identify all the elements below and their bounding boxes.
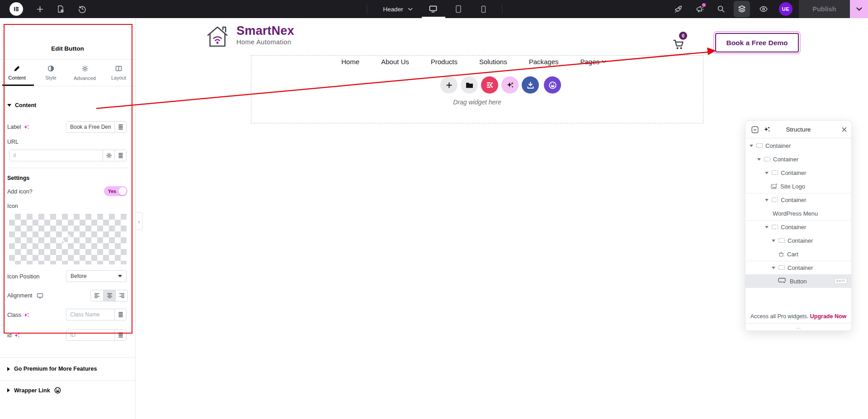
caret-down-icon[interactable] xyxy=(757,158,761,161)
desktop-view-button[interactable] xyxy=(425,0,441,18)
more-ellipsis[interactable]: ... xyxy=(745,323,851,330)
pro-text: Access all Pro widgets. xyxy=(750,313,809,320)
alignment-caption: Alignment xyxy=(7,292,43,299)
page-settings-button[interactable] xyxy=(54,0,67,18)
tab-content[interactable]: Content xyxy=(0,60,34,86)
tree-row-container[interactable]: Container xyxy=(745,166,851,179)
icon-picker-area[interactable]: ⟳ xyxy=(9,214,127,264)
panel-collapse-handle[interactable]: ‹ xyxy=(136,212,143,230)
url-input[interactable] xyxy=(9,150,103,161)
tree-row-container[interactable]: Container xyxy=(745,261,851,274)
brand-name: SmartNex xyxy=(236,24,294,37)
id-input[interactable] xyxy=(66,330,114,340)
chevron-down-icon xyxy=(408,8,413,11)
responsive-desktop-icon[interactable] xyxy=(37,293,43,299)
add-template-folder-button[interactable] xyxy=(461,76,478,94)
tree-row-container[interactable]: Container xyxy=(745,234,851,247)
tree-row-cart[interactable]: Cart xyxy=(745,247,851,261)
container-icon xyxy=(772,170,778,175)
user-avatar[interactable]: UE xyxy=(778,0,793,18)
elementor-logo[interactable] xyxy=(9,0,23,18)
caret-down-icon xyxy=(118,275,122,278)
drop-hint-text: Drag widget here xyxy=(251,99,703,106)
caret-down-icon[interactable] xyxy=(764,226,769,229)
book-demo-button[interactable]: Book a Free Demo xyxy=(715,33,799,52)
empty-container-outline[interactable] xyxy=(251,55,703,123)
gear-icon xyxy=(81,65,89,72)
ai-builder-button[interactable] xyxy=(501,76,519,94)
dynamic-tags-icon[interactable] xyxy=(114,309,126,320)
import-template-button[interactable] xyxy=(522,76,539,94)
url-field-caption: URL xyxy=(7,139,19,145)
tree-row-button-selected[interactable]: Button EKIT xyxy=(745,274,851,288)
tree-row-container[interactable]: Container xyxy=(745,152,851,166)
tree-row-wordpress-menu[interactable]: WordPress Menu xyxy=(745,207,851,220)
content-section-header[interactable]: Content xyxy=(7,102,36,108)
caret-down-icon[interactable] xyxy=(764,198,769,202)
caret-down-icon[interactable] xyxy=(749,144,754,147)
button-label-input[interactable] xyxy=(66,122,114,132)
preview-eye-button[interactable] xyxy=(756,0,771,18)
align-left-button[interactable] xyxy=(91,290,103,301)
site-logo[interactable]: SmartNex Home Automation xyxy=(205,24,294,48)
close-icon[interactable] xyxy=(841,127,847,132)
tab-layout[interactable]: Layout xyxy=(102,60,136,86)
tab-label: Layout xyxy=(111,75,126,80)
cart-widget[interactable] xyxy=(673,39,685,52)
tab-style[interactable]: Style xyxy=(34,60,68,86)
editor-top-bar: Header xyxy=(0,0,868,18)
topbar-divider xyxy=(502,4,502,14)
dynamic-tags-icon[interactable] xyxy=(114,122,126,132)
caret-down-icon[interactable] xyxy=(771,239,776,242)
tree-row-container[interactable]: Container xyxy=(745,193,851,207)
dynamic-tags-icon[interactable] xyxy=(114,150,126,161)
divider xyxy=(7,168,128,168)
wrapper-link-section[interactable]: Wrapper Link xyxy=(7,387,61,394)
divider xyxy=(0,86,136,86)
publish-options-button[interactable] xyxy=(850,0,868,18)
caret-down-icon[interactable] xyxy=(771,266,776,269)
icon-position-select[interactable]: Before xyxy=(66,270,127,282)
ai-sparkle-icon[interactable] xyxy=(24,124,29,130)
tree-item-label: Site Logo xyxy=(780,183,805,190)
align-right-button[interactable] xyxy=(115,290,127,301)
widget-edit-panel: Edit Button Content Style Advanced Layou… xyxy=(0,18,136,419)
dynamic-tags-icon[interactable] xyxy=(114,330,126,340)
add-icon-toggle[interactable]: Yes xyxy=(104,186,127,196)
notification-dot xyxy=(702,3,706,7)
caret-right-icon xyxy=(7,367,10,371)
field-name: Class xyxy=(7,312,21,318)
class-input[interactable] xyxy=(66,309,114,320)
document-switcher[interactable]: Header xyxy=(375,0,420,18)
mobile-view-button[interactable] xyxy=(475,0,491,18)
url-input-group xyxy=(9,150,127,161)
tree-row-site-logo[interactable]: Site Logo xyxy=(745,179,851,193)
elementskit-button[interactable] xyxy=(481,76,498,94)
tab-label: Advanced xyxy=(74,75,96,81)
tree-item-label: WordPress Menu xyxy=(773,210,818,217)
section-title: Go Premium for More Features xyxy=(14,366,97,372)
finder-search-button[interactable] xyxy=(714,0,728,18)
history-button[interactable] xyxy=(76,0,89,18)
id-input-group xyxy=(66,329,127,341)
upgrade-now-link[interactable]: Upgrade Now xyxy=(810,313,847,320)
go-premium-section[interactable]: Go Premium for More Features xyxy=(7,366,97,372)
caret-down-icon[interactable] xyxy=(764,171,769,174)
whats-new-megaphone-button[interactable] xyxy=(693,0,707,18)
tab-advanced[interactable]: Advanced xyxy=(68,60,102,86)
align-center-button[interactable] xyxy=(103,290,115,301)
checklist-rocket-button[interactable] xyxy=(671,0,685,18)
publish-button[interactable]: Publish xyxy=(799,0,850,18)
pro-widgets-button[interactable] xyxy=(544,76,561,94)
tree-row-container[interactable]: Container xyxy=(745,139,851,152)
tree-row-container[interactable]: Container xyxy=(745,220,851,234)
structure-panel-button[interactable] xyxy=(735,0,749,18)
add-element-button[interactable] xyxy=(33,0,46,18)
ai-sparkle-icon[interactable] xyxy=(14,333,20,339)
ai-sparkle-icon[interactable] xyxy=(24,312,29,318)
tree-item-label: Container xyxy=(765,142,791,149)
link-options-gear-icon[interactable] xyxy=(103,150,114,161)
add-widget-button[interactable] xyxy=(440,76,458,94)
icon-position-caption: Icon Position xyxy=(7,273,40,280)
tablet-view-button[interactable] xyxy=(450,0,467,18)
